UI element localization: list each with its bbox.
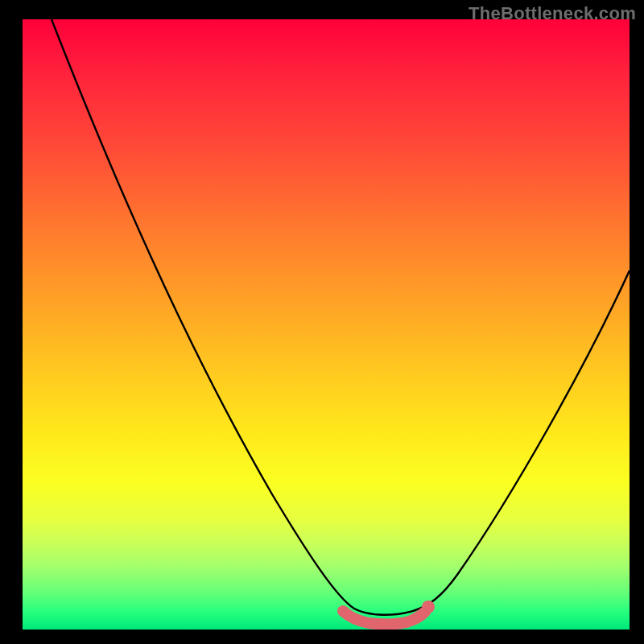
bottleneck-curve [23,19,630,630]
chart-frame: TheBottleneck.com [0,0,644,644]
watermark: TheBottleneck.com [469,3,636,24]
optimal-band-endpoint-icon [422,601,435,613]
curve-path [52,19,630,615]
optimal-band-path [343,611,425,625]
